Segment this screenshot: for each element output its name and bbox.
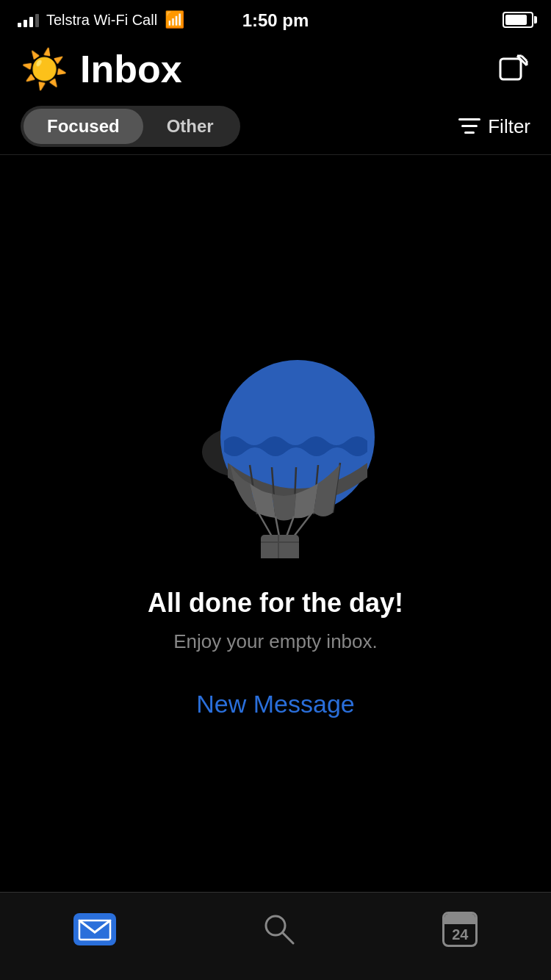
balloon-illustration — [173, 323, 378, 558]
tabs-bar: Focused Other Filter — [0, 98, 551, 155]
main-content: All done for the day! Enjoy your empty i… — [0, 155, 551, 887]
status-left: Telstra Wi-Fi Call 📶 — [18, 10, 184, 29]
svg-rect-7 — [464, 131, 475, 134]
inbox-title: Inbox — [80, 47, 182, 91]
compose-icon — [498, 54, 529, 84]
signal-bar-4 — [35, 14, 39, 27]
bottom-tab-calendar[interactable]: 24 — [442, 912, 478, 947]
svg-line-25 — [283, 933, 293, 943]
filter-label: Filter — [488, 115, 530, 138]
signal-bar-2 — [24, 20, 27, 27]
battery-indicator — [503, 12, 533, 28]
tab-focused[interactable]: Focused — [24, 109, 143, 144]
signal-bars — [18, 12, 39, 27]
mail-icon — [73, 913, 116, 945]
empty-state-heading: All done for the day! — [148, 588, 403, 619]
search-icon — [262, 912, 296, 946]
status-right — [503, 12, 533, 28]
signal-bar-1 — [18, 23, 21, 27]
new-message-button[interactable]: New Message — [196, 690, 354, 718]
bottom-tab-mail[interactable] — [73, 913, 116, 945]
header: ☀️ Inbox — [0, 40, 551, 98]
svg-rect-6 — [461, 125, 478, 127]
signal-bar-3 — [29, 17, 33, 27]
wifi-icon: 📶 — [165, 10, 184, 29]
calendar-header — [444, 914, 475, 924]
svg-rect-0 — [500, 59, 521, 79]
status-time: 1:50 pm — [242, 10, 309, 31]
tab-other[interactable]: Other — [143, 109, 237, 144]
app-icon: ☀️ — [21, 50, 68, 88]
carrier-label: Telstra Wi-Fi Call — [46, 12, 157, 29]
svg-rect-19 — [261, 535, 299, 558]
bottom-tab-search[interactable] — [262, 912, 296, 946]
header-left: ☀️ Inbox — [21, 47, 182, 91]
calendar-icon: 24 — [442, 912, 478, 947]
filter-icon — [458, 118, 480, 134]
tabs-group: Focused Other — [21, 106, 240, 147]
empty-state-subheading: Enjoy your empty inbox. — [173, 630, 377, 653]
bottom-tab-bar: 24 — [0, 892, 551, 980]
compose-button[interactable] — [497, 52, 530, 86]
battery-fill — [505, 15, 527, 25]
svg-rect-5 — [458, 118, 480, 120]
status-bar: Telstra Wi-Fi Call 📶 1:50 pm — [0, 0, 551, 40]
filter-button[interactable]: Filter — [458, 115, 530, 138]
calendar-date: 24 — [452, 924, 468, 945]
